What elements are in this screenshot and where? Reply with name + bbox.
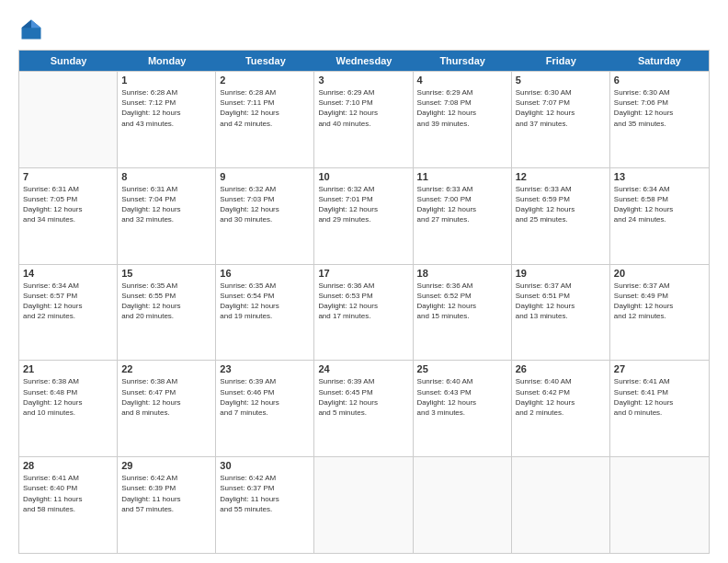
cell-line: Daylight: 12 hours [318, 204, 408, 214]
day-cell-6: 6Sunrise: 6:30 AMSunset: 7:06 PMDaylight… [610, 72, 709, 167]
cell-line: Daylight: 12 hours [614, 301, 705, 311]
day-cell-29: 29Sunrise: 6:42 AMSunset: 6:39 PMDayligh… [118, 457, 216, 553]
day-number: 9 [220, 171, 310, 182]
cell-line: and 35 minutes. [614, 119, 705, 129]
day-number: 24 [318, 363, 408, 374]
cell-line: Sunrise: 6:31 AM [121, 184, 211, 194]
cell-line: and 43 minutes. [121, 119, 211, 129]
cell-line: Sunrise: 6:28 AM [220, 87, 310, 98]
cell-line: Sunset: 7:12 PM [121, 98, 211, 108]
cell-line: and 15 minutes. [417, 311, 507, 321]
cell-line: Sunrise: 6:30 AM [516, 87, 606, 98]
cell-line: and 32 minutes. [121, 214, 211, 224]
day-number: 25 [417, 363, 507, 374]
day-cell-14: 14Sunrise: 6:34 AMSunset: 6:57 PMDayligh… [19, 265, 118, 361]
cell-line: Daylight: 12 hours [23, 301, 113, 311]
cell-line: Sunrise: 6:42 AM [220, 473, 310, 483]
cell-line: and 5 minutes. [318, 408, 408, 418]
cell-line: and 12 minutes. [614, 311, 705, 321]
cell-line: Sunrise: 6:34 AM [23, 281, 113, 291]
cell-line: Sunset: 6:45 PM [318, 387, 408, 397]
cell-line: Sunset: 6:58 PM [614, 194, 705, 204]
week-row-4: 28Sunrise: 6:41 AMSunset: 6:40 PMDayligh… [19, 456, 709, 553]
cell-line: and 39 minutes. [417, 119, 507, 129]
day-cell-15: 15Sunrise: 6:35 AMSunset: 6:55 PMDayligh… [118, 265, 216, 361]
cell-line: Daylight: 12 hours [417, 397, 507, 408]
cell-line: Sunrise: 6:38 AM [23, 376, 113, 386]
cell-line: Daylight: 12 hours [23, 204, 113, 214]
cell-line: and 17 minutes. [318, 311, 408, 321]
cell-line: Daylight: 12 hours [516, 301, 606, 311]
empty-cell-0-0 [19, 72, 118, 167]
day-cell-17: 17Sunrise: 6:36 AMSunset: 6:53 PMDayligh… [314, 265, 413, 361]
day-number: 16 [220, 268, 310, 279]
cell-line: Sunrise: 6:28 AM [121, 87, 211, 98]
cell-line: Sunset: 7:11 PM [220, 98, 310, 108]
cell-line: Sunrise: 6:33 AM [417, 184, 507, 194]
cell-line: and 58 minutes. [23, 504, 113, 514]
day-cell-16: 16Sunrise: 6:35 AMSunset: 6:54 PMDayligh… [216, 265, 314, 361]
cell-line: and 13 minutes. [516, 311, 606, 321]
cell-line: Daylight: 12 hours [516, 204, 606, 214]
cell-line: Daylight: 12 hours [318, 108, 408, 118]
week-row-1: 7Sunrise: 6:31 AMSunset: 7:05 PMDaylight… [19, 167, 709, 264]
day-number: 17 [318, 268, 408, 279]
cell-line: Daylight: 12 hours [417, 108, 507, 118]
cell-line: Sunset: 6:40 PM [23, 483, 113, 493]
day-cell-4: 4Sunrise: 6:29 AMSunset: 7:08 PMDaylight… [414, 72, 512, 167]
cell-line: Sunrise: 6:36 AM [417, 281, 507, 291]
cell-line: Daylight: 12 hours [318, 397, 408, 408]
cell-line: Sunrise: 6:41 AM [614, 376, 705, 386]
day-cell-24: 24Sunrise: 6:39 AMSunset: 6:45 PMDayligh… [314, 361, 413, 456]
cell-line: Sunset: 7:08 PM [417, 98, 507, 108]
header-day-sunday: Sunday [19, 51, 118, 71]
header-day-saturday: Saturday [610, 51, 709, 71]
cell-line: Sunset: 6:54 PM [220, 291, 310, 301]
empty-cell-4-6 [610, 457, 709, 553]
logo-icon [18, 17, 44, 42]
day-number: 10 [318, 171, 408, 182]
cell-line: Sunset: 7:06 PM [614, 98, 705, 108]
day-cell-18: 18Sunrise: 6:36 AMSunset: 6:52 PMDayligh… [414, 265, 512, 361]
cell-line: Sunset: 6:47 PM [121, 387, 211, 397]
day-cell-9: 9Sunrise: 6:32 AMSunset: 7:03 PMDaylight… [216, 168, 314, 264]
day-number: 26 [516, 363, 606, 374]
cell-line: Sunset: 7:03 PM [220, 194, 310, 204]
cell-line: and 25 minutes. [516, 214, 606, 224]
cell-line: Sunset: 6:59 PM [516, 194, 606, 204]
cell-line: Daylight: 12 hours [614, 204, 705, 214]
cell-line: Sunset: 6:57 PM [23, 291, 113, 301]
header [18, 17, 710, 42]
cell-line: and 8 minutes. [121, 408, 211, 418]
cell-line: Sunrise: 6:42 AM [121, 473, 211, 483]
cell-line: Daylight: 12 hours [220, 204, 310, 214]
cell-line: and 19 minutes. [220, 311, 310, 321]
cell-line: and 34 minutes. [23, 214, 113, 224]
cell-line: and 7 minutes. [220, 408, 310, 418]
svg-marker-1 [31, 20, 41, 29]
empty-cell-4-5 [512, 457, 610, 553]
day-cell-26: 26Sunrise: 6:40 AMSunset: 6:42 PMDayligh… [512, 361, 610, 456]
cell-line: Sunrise: 6:41 AM [23, 473, 113, 483]
cell-line: Daylight: 12 hours [516, 397, 606, 408]
cell-line: Sunset: 7:00 PM [417, 194, 507, 204]
day-cell-28: 28Sunrise: 6:41 AMSunset: 6:40 PMDayligh… [19, 457, 118, 553]
cell-line: Sunrise: 6:40 AM [516, 376, 606, 386]
calendar-body: 1Sunrise: 6:28 AMSunset: 7:12 PMDaylight… [19, 71, 709, 553]
day-number: 13 [614, 171, 705, 182]
cell-line: Sunset: 6:48 PM [23, 387, 113, 397]
day-number: 1 [121, 75, 211, 86]
cell-line: and 42 minutes. [220, 119, 310, 129]
cell-line: Daylight: 12 hours [417, 301, 507, 311]
cell-line: Sunset: 6:53 PM [318, 291, 408, 301]
cell-line: Daylight: 12 hours [121, 108, 211, 118]
day-cell-21: 21Sunrise: 6:38 AMSunset: 6:48 PMDayligh… [19, 361, 118, 456]
cell-line: Sunrise: 6:34 AM [614, 184, 705, 194]
day-number: 19 [516, 268, 606, 279]
day-cell-20: 20Sunrise: 6:37 AMSunset: 6:49 PMDayligh… [610, 265, 709, 361]
day-number: 11 [417, 171, 507, 182]
svg-marker-2 [22, 20, 32, 29]
day-number: 8 [121, 171, 211, 182]
day-number: 6 [614, 75, 705, 86]
cell-line: Sunset: 6:41 PM [614, 387, 705, 397]
